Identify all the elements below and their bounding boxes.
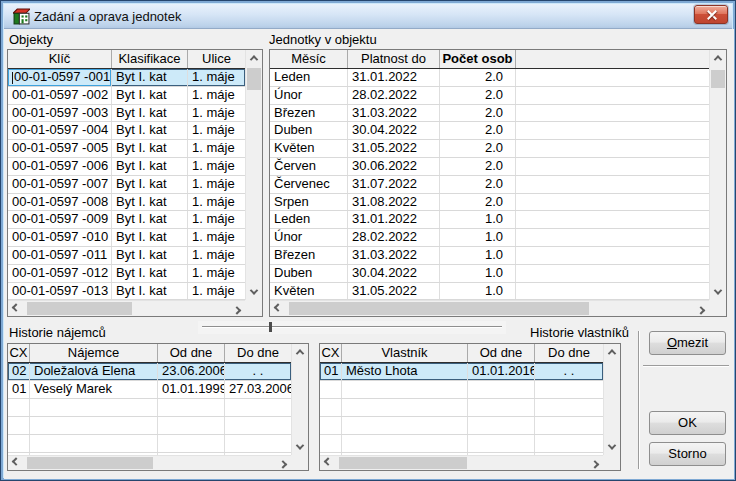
cell[interactable] <box>30 435 158 452</box>
cell[interactable] <box>8 435 30 452</box>
cell[interactable]: Byt I. kat <box>112 247 188 264</box>
cell[interactable]: 31.05.2022 <box>348 283 440 300</box>
scroll-up-button[interactable] <box>604 344 620 360</box>
scrollbar-thumb[interactable] <box>27 457 153 469</box>
cell[interactable] <box>225 399 291 416</box>
cell[interactable]: Byt I. kat <box>112 87 188 104</box>
cell[interactable]: 00-01-0597 -006 <box>8 158 112 175</box>
cell[interactable]: 23.06.2006 <box>158 363 225 380</box>
cell[interactable]: 00-01-0597 -012 <box>8 265 112 282</box>
cell[interactable]: 28.02.2022 <box>348 229 440 246</box>
cell[interactable] <box>516 105 709 122</box>
cell[interactable]: Duben <box>270 265 348 282</box>
cell[interactable] <box>535 435 603 452</box>
vlastnici-horizontal-scrollbar[interactable] <box>320 455 603 470</box>
scroll-left-button[interactable] <box>8 456 24 470</box>
cell[interactable]: 2.0 <box>440 158 516 175</box>
cell[interactable]: 00-01-0597 -003 <box>8 105 112 122</box>
cell[interactable] <box>8 417 30 434</box>
cell[interactable]: 00-01-0597 -008 <box>8 194 112 211</box>
cell[interactable]: Město Lhota <box>342 363 468 380</box>
objekty-vertical-scrollbar[interactable] <box>245 50 262 300</box>
cell[interactable]: 1. máje <box>188 265 245 282</box>
table-row[interactable]: 01Veselý Marek01.01.199927.03.2006 <box>8 381 291 399</box>
cell[interactable]: 30.06.2022 <box>348 158 440 175</box>
cell[interactable]: 1.0 <box>440 211 516 228</box>
title-bar[interactable]: Zadání a oprava jednotek <box>4 4 732 29</box>
cell[interactable]: 31.03.2022 <box>348 105 440 122</box>
cell[interactable] <box>516 158 709 175</box>
scroll-left-button[interactable] <box>320 456 336 470</box>
cell[interactable]: 1. máje <box>188 229 245 246</box>
cell[interactable]: 1. máje <box>188 283 245 300</box>
table-row[interactable]: Leden31.01.20222.0 <box>270 69 709 87</box>
scrollbar-thumb[interactable] <box>247 68 261 90</box>
cell[interactable] <box>320 417 342 434</box>
cell[interactable]: Květen <box>270 283 348 300</box>
cell[interactable]: Veselý Marek <box>30 381 158 398</box>
cell[interactable]: 00-01-0597 -001 <box>8 69 112 86</box>
cell[interactable]: 1. máje <box>188 211 245 228</box>
cell[interactable] <box>30 417 158 434</box>
cell[interactable]: Byt I. kat <box>112 194 188 211</box>
cell[interactable] <box>342 435 468 452</box>
cell[interactable]: Srpen <box>270 194 348 211</box>
cell[interactable]: 30.04.2022 <box>348 122 440 139</box>
table-row[interactable]: 00-01-0597 -003Byt I. kat1. máje <box>8 105 245 123</box>
cell[interactable] <box>468 381 535 398</box>
table-row-empty[interactable] <box>320 417 603 435</box>
cell[interactable] <box>535 399 603 416</box>
table-row[interactable]: Únor28.02.20221.0 <box>270 229 709 247</box>
column-header[interactable]: Od dne <box>468 344 535 362</box>
cell[interactable]: 30.04.2022 <box>348 265 440 282</box>
table-row[interactable]: 00-01-0597 -012Byt I. kat1. máje <box>8 265 245 283</box>
ok-button[interactable]: OK <box>649 411 726 435</box>
cell[interactable] <box>30 399 158 416</box>
table-row-empty[interactable] <box>320 435 603 453</box>
cell[interactable]: 01.01.1999 <box>158 381 225 398</box>
cell[interactable]: 1. máje <box>188 105 245 122</box>
cell[interactable]: Byt I. kat <box>112 69 188 86</box>
table-row[interactable]: Květen31.05.20222.0 <box>270 140 709 158</box>
cell[interactable]: 31.08.2022 <box>348 194 440 211</box>
scroll-right-button[interactable] <box>275 456 291 470</box>
cell[interactable]: Květen <box>270 140 348 157</box>
cell[interactable]: Únor <box>270 229 348 246</box>
cell[interactable]: 2.0 <box>440 122 516 139</box>
table-row[interactable]: 00-01-0597 -002Byt I. kat1. máje <box>8 87 245 105</box>
cell[interactable]: 2.0 <box>440 87 516 104</box>
table-row[interactable]: 00-01-0597 -008Byt I. kat1. máje <box>8 194 245 212</box>
scroll-up-button[interactable] <box>292 344 308 360</box>
cell[interactable] <box>342 399 468 416</box>
column-header[interactable]: Měsíc <box>270 50 348 68</box>
cell[interactable]: 28.02.2022 <box>348 87 440 104</box>
cell[interactable] <box>516 229 709 246</box>
cell[interactable]: 2.0 <box>440 194 516 211</box>
cell[interactable]: Březen <box>270 247 348 264</box>
cell[interactable] <box>516 87 709 104</box>
close-button[interactable] <box>694 5 728 24</box>
cell[interactable]: 31.05.2022 <box>348 140 440 157</box>
scroll-right-button[interactable] <box>587 456 603 470</box>
cell[interactable] <box>342 381 468 398</box>
table-row-empty[interactable] <box>8 399 291 417</box>
table-row[interactable]: 00-01-0597 -010Byt I. kat1. máje <box>8 229 245 247</box>
cell[interactable] <box>535 381 603 398</box>
cell[interactable]: Duben <box>270 122 348 139</box>
cell[interactable]: Březen <box>270 105 348 122</box>
column-header[interactable]: Ulice <box>188 50 245 68</box>
cell[interactable]: 00-01-0597 -004 <box>8 122 112 139</box>
cell[interactable]: 1. máje <box>188 176 245 193</box>
najemci-vertical-scrollbar[interactable] <box>291 344 308 455</box>
cell[interactable] <box>516 211 709 228</box>
column-header[interactable]: Platnost do <box>348 50 440 68</box>
vlastnici-vertical-scrollbar[interactable] <box>603 344 620 455</box>
cell[interactable]: Byt I. kat <box>112 229 188 246</box>
cell[interactable] <box>320 399 342 416</box>
table-row[interactable]: 01Město Lhota01.01.2016. . <box>320 363 603 381</box>
cell[interactable]: Únor <box>270 87 348 104</box>
cell[interactable] <box>225 417 291 434</box>
table-row-empty[interactable] <box>8 435 291 453</box>
cell[interactable]: Byt I. kat <box>112 176 188 193</box>
cell[interactable]: 31.03.2022 <box>348 247 440 264</box>
